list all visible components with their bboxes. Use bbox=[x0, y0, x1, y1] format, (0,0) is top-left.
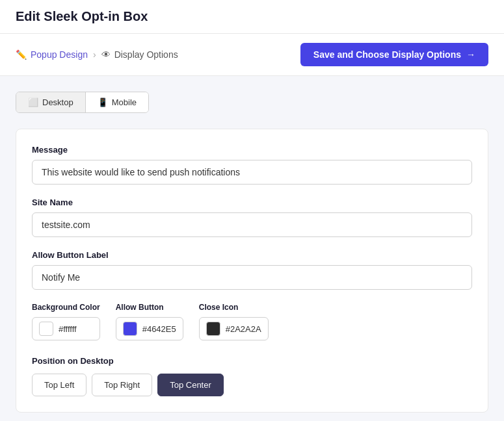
arrow-icon: → bbox=[466, 49, 475, 60]
allow-button-label-label: Allow Button Label bbox=[32, 250, 472, 260]
site-name-label: Site Name bbox=[32, 198, 472, 207]
allow-button-color-group: Allow Button #4642E5 bbox=[116, 303, 183, 340]
save-button-label: Save and Choose Display Options bbox=[313, 49, 461, 60]
tab-mobile[interactable]: 📱 Mobile bbox=[85, 92, 148, 112]
edit-icon: ✏️ bbox=[16, 49, 27, 60]
close-icon-color-swatch bbox=[206, 322, 220, 336]
main-content: ⬜ Desktop 📱 Mobile Message Site Name bbox=[0, 76, 504, 421]
nav-breadcrumb: ✏️ Popup Design › 👁 Display Options Save… bbox=[0, 34, 504, 76]
position-top-center[interactable]: Top Center bbox=[157, 374, 224, 396]
form-section: Message Site Name Allow Button Label Bac… bbox=[16, 129, 488, 413]
breadcrumb-step1[interactable]: ✏️ Popup Design bbox=[16, 49, 88, 60]
save-button[interactable]: Save and Choose Display Options → bbox=[300, 43, 488, 66]
position-top-left[interactable]: Top Left bbox=[32, 374, 86, 396]
allow-button-color-picker[interactable]: #4642E5 bbox=[116, 317, 183, 340]
position-top-left-label: Top Left bbox=[44, 380, 74, 390]
message-field-group: Message bbox=[32, 145, 472, 185]
close-icon-color-label: Close Icon bbox=[199, 303, 269, 312]
allow-button-label-input[interactable] bbox=[32, 265, 472, 290]
position-top-right[interactable]: Top Right bbox=[92, 374, 152, 396]
background-color-hex: #ffffff bbox=[59, 324, 77, 334]
position-top-center-label: Top Center bbox=[170, 380, 211, 390]
page-title: Edit Sleek Opt-in Box bbox=[16, 9, 148, 24]
position-section: Position on Desktop Top Left Top Right T… bbox=[32, 356, 472, 396]
tab-desktop-label: Desktop bbox=[42, 97, 73, 107]
allow-button-color-label: Allow Button bbox=[116, 303, 183, 312]
position-buttons: Top Left Top Right Top Center bbox=[32, 374, 472, 396]
site-name-field-group: Site Name bbox=[32, 198, 472, 237]
background-color-swatch bbox=[39, 322, 53, 336]
close-icon-color-hex: #2A2A2A bbox=[226, 324, 261, 334]
mobile-icon: 📱 bbox=[98, 97, 108, 107]
close-icon-color-group: Close Icon #2A2A2A bbox=[199, 303, 269, 340]
page-header: Edit Sleek Opt-in Box bbox=[0, 0, 504, 34]
color-row: Background Color #ffffff Allow Button #4… bbox=[32, 303, 472, 340]
allow-button-color-hex: #4642E5 bbox=[142, 324, 176, 334]
allow-button-color-swatch bbox=[123, 322, 137, 336]
background-color-label: Background Color bbox=[32, 303, 100, 312]
position-label: Position on Desktop bbox=[32, 356, 472, 366]
tab-desktop[interactable]: ⬜ Desktop bbox=[16, 92, 85, 112]
eye-icon: 👁 bbox=[101, 49, 111, 60]
message-label: Message bbox=[32, 145, 472, 155]
device-tabs: ⬜ Desktop 📱 Mobile bbox=[16, 92, 149, 113]
breadcrumb-step2[interactable]: 👁 Display Options bbox=[101, 49, 178, 60]
position-top-right-label: Top Right bbox=[104, 380, 140, 390]
background-color-group: Background Color #ffffff bbox=[32, 303, 100, 340]
message-input[interactable] bbox=[32, 160, 472, 185]
breadcrumb-chevron: › bbox=[93, 49, 96, 60]
close-icon-color-picker[interactable]: #2A2A2A bbox=[199, 317, 269, 340]
breadcrumb-step1-label: Popup Design bbox=[31, 49, 88, 60]
page-container: Edit Sleek Opt-in Box ✏️ Popup Design › … bbox=[0, 0, 504, 421]
tab-mobile-label: Mobile bbox=[112, 97, 137, 107]
allow-button-label-group: Allow Button Label bbox=[32, 250, 472, 290]
site-name-input[interactable] bbox=[32, 212, 472, 237]
desktop-icon: ⬜ bbox=[28, 97, 38, 107]
background-color-picker[interactable]: #ffffff bbox=[32, 317, 100, 340]
breadcrumb-step2-label: Display Options bbox=[114, 49, 178, 60]
